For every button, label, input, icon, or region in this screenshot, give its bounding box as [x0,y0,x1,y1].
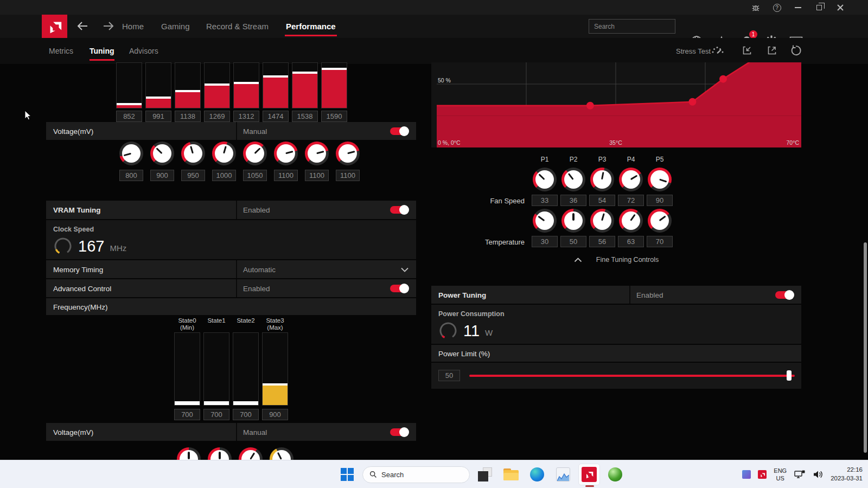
nav-tab-record-stream[interactable]: Record & Stream [206,15,269,38]
slider-handle[interactable] [322,68,347,70]
voltage-value-box[interactable]: 1100 [305,170,329,181]
nav-tab-performance[interactable]: Performance [286,15,336,38]
network-icon[interactable] [794,470,806,479]
taskbar-clock[interactable]: 22:16 2023-03-31 [831,466,863,483]
vram-voltage-knob[interactable] [177,447,201,460]
taskbar-app-green-orb[interactable] [604,464,626,485]
slider-value-box[interactable]: 991 [145,111,171,122]
voltage-value-box[interactable]: 950 [181,170,205,181]
frequency-slider[interactable] [233,62,259,108]
temperature-knob[interactable] [619,209,643,233]
voltage-value-box[interactable]: 900 [150,170,174,181]
temperature-knob[interactable] [590,209,614,233]
power-tuning-toggle[interactable] [775,291,793,299]
fan-speed-knob[interactable] [561,168,585,191]
frequency-slider[interactable] [116,62,142,108]
slider-value-box[interactable]: 1138 [175,111,201,122]
close-button[interactable] [835,2,846,13]
windows-start-button[interactable] [336,464,358,485]
temperature-knob[interactable] [533,209,557,233]
slider-value-box[interactable]: 700 [233,409,259,420]
amd-logo[interactable] [42,15,67,38]
voltage-value-box[interactable]: 1100 [336,170,360,181]
temperature-value-box[interactable]: 30 [532,236,558,247]
taskbar-app-edge[interactable] [526,464,548,485]
export-profile-icon[interactable] [766,44,778,59]
forward-button[interactable] [101,20,115,33]
slider-handle[interactable] [204,401,229,403]
fan-curve-point[interactable] [719,75,727,83]
fan-speed-knob[interactable] [619,168,643,191]
fan-speed-knob[interactable] [533,168,557,191]
taskbar-app-amd-radeon[interactable] [578,464,600,485]
nav-tab-gaming[interactable]: Gaming [161,15,190,38]
scrollbar-thumb[interactable] [864,242,867,453]
voltage-knob[interactable] [181,142,205,165]
temperature-value-box[interactable]: 70 [647,236,673,247]
vram-voltage-knob[interactable] [270,447,293,460]
vram-tuning-toggle[interactable] [390,206,408,214]
slider-value-box[interactable]: 1312 [233,111,259,122]
fan-speed-value-box[interactable]: 33 [532,195,558,206]
frequency-slider[interactable] [175,62,201,108]
vram-voltage-knob[interactable] [239,447,263,460]
voltage-value-box[interactable]: 1000 [212,170,236,181]
fan-speed-value-box[interactable]: 36 [560,195,586,206]
chevron-down-icon[interactable] [401,265,409,274]
voltage-knob[interactable] [336,142,360,165]
restore-button[interactable] [814,2,825,13]
slider-handle[interactable] [233,401,258,403]
stress-test-gauge-icon[interactable] [711,44,725,57]
slider-value-box[interactable]: 900 [262,409,288,420]
power-limit-slider[interactable] [469,375,795,377]
voltage-value-box[interactable]: 800 [119,170,143,181]
voltage-knob[interactable] [274,142,298,165]
voltage-value-box[interactable]: 1100 [274,170,298,181]
nav-tab-home[interactable]: Home [122,15,144,38]
fan-curve-chart[interactable]: 50 %0 %, 0°C35°C70°C [431,62,801,147]
temperature-knob[interactable] [561,209,585,233]
subnav-tab-metrics[interactable]: Metrics [49,38,73,64]
frequency-slider[interactable] [204,62,230,108]
volume-icon[interactable] [813,470,824,479]
reset-icon[interactable] [790,44,802,59]
temperature-knob[interactable] [648,209,672,233]
subnav-tab-advisors[interactable]: Advisors [129,38,158,64]
fine-tuning-controls[interactable]: Fine Tuning Controls [431,253,801,266]
help-icon[interactable]: ? [771,2,782,13]
subnav-tab-tuning[interactable]: Tuning [90,38,114,64]
slider-value-box[interactable]: 1590 [321,111,347,122]
slider-handle[interactable] [234,82,259,84]
advanced-control-toggle[interactable] [390,285,408,292]
taskbar-search[interactable]: Search [362,466,470,483]
voltage-knob[interactable] [150,142,174,165]
vram-voltage-knob[interactable] [208,447,232,460]
search-box[interactable] [589,19,675,34]
temperature-value-box[interactable]: 50 [560,236,586,247]
voltage-value-box[interactable]: 1050 [243,170,267,181]
fan-speed-value-box[interactable]: 54 [589,195,615,206]
bug-report-icon[interactable] [750,2,761,13]
slider-handle[interactable] [175,401,200,403]
taskbar-app-task-manager[interactable] [552,464,574,485]
stress-test-label[interactable]: Stress Test [676,38,711,64]
frequency-slider[interactable] [233,332,259,406]
slider-handle[interactable] [117,103,142,105]
slider-value-box[interactable]: 1538 [292,111,318,122]
slider-value-box[interactable]: 700 [203,409,229,420]
vram-voltage-toggle[interactable] [390,428,408,436]
slider-value-box[interactable]: 1474 [263,111,289,122]
fan-speed-knob[interactable] [590,168,614,191]
fan-speed-value-box[interactable]: 90 [647,195,673,206]
voltage-knob[interactable] [243,142,267,165]
temperature-value-box[interactable]: 56 [589,236,615,247]
tray-app-icon[interactable] [742,470,751,479]
import-profile-icon[interactable] [741,44,753,59]
fan-speed-value-box[interactable]: 72 [618,195,644,206]
taskbar-app-desktop[interactable] [474,464,496,485]
slider-handle[interactable] [292,72,317,74]
slider-handle[interactable] [263,75,288,78]
gpu-voltage-toggle[interactable] [390,127,408,135]
slider-value-box[interactable]: 852 [116,111,142,122]
voltage-knob[interactable] [305,142,329,165]
